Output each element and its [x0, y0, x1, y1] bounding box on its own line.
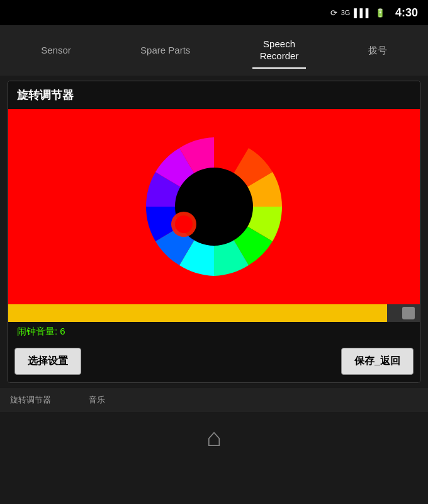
buttons-row: 选择设置 保存_返回 — [8, 343, 420, 382]
status-icons: ⟳ 3G ▌▌▌ 🔋 — [330, 8, 385, 18]
tab-bar: Sensor Spare Parts SpeechRecorder 拨号 — [0, 25, 428, 76]
color-wheel[interactable] — [138, 131, 290, 282]
battery-icon: 🔋 — [375, 8, 385, 18]
color-display[interactable] — [8, 109, 420, 304]
main-content: 旋转调节器 — [0, 76, 428, 388]
tab-spare-parts[interactable]: Spare Parts — [133, 39, 198, 62]
save-return-button[interactable]: 保存_返回 — [341, 348, 414, 375]
bottom-tab-bar: 旋转调节器 音乐 — [0, 388, 428, 412]
tab-sensor[interactable]: Sensor — [33, 39, 79, 62]
select-settings-button[interactable]: 选择设置 — [14, 348, 81, 375]
volume-value: 6 — [60, 326, 65, 336]
bottom-tab-music[interactable]: 音乐 — [89, 394, 105, 406]
bottom-tab-rotary[interactable]: 旋转调节器 — [10, 394, 51, 406]
volume-bar-fill — [8, 304, 387, 322]
tab-speech-recorder[interactable]: SpeechRecorder — [252, 33, 307, 69]
signal-icon: ▌▌▌ — [354, 8, 371, 18]
volume-bar-thumb[interactable] — [402, 307, 415, 319]
svg-point-2 — [175, 215, 193, 233]
volume-label-text: 闹钟音量: — [17, 326, 57, 336]
home-area: ⌂ — [0, 412, 428, 462]
status-time: 4:30 — [395, 6, 418, 20]
color-wheel-svg[interactable] — [138, 131, 290, 282]
volume-label: 闹钟音量: 6 — [8, 322, 420, 343]
card-title: 旋转调节器 — [8, 81, 420, 109]
tab-dial[interactable]: 拨号 — [361, 39, 395, 62]
home-button[interactable]: ⌂ — [206, 423, 222, 452]
status-bar: ⟳ 3G ▌▌▌ 🔋 4:30 — [0, 0, 428, 25]
3g-icon: 3G — [341, 9, 351, 16]
rotate-icon: ⟳ — [330, 8, 337, 18]
volume-bar-container[interactable] — [8, 304, 420, 322]
card: 旋转调节器 — [8, 81, 420, 383]
